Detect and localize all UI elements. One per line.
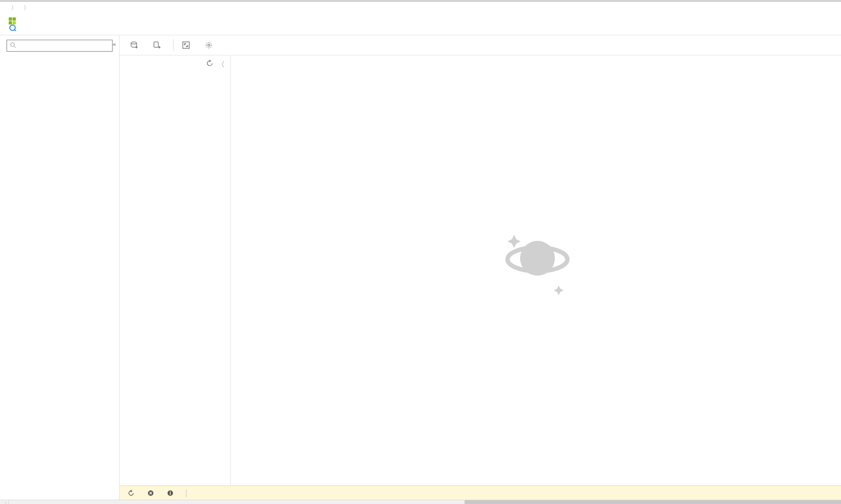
chevron-right-icon: 〉 [23,4,29,12]
svg-rect-14 [183,42,189,48]
gear-icon [205,41,213,49]
sidebar: « [0,35,120,500]
fullscreen-icon [182,41,190,49]
search-input[interactable] [7,40,113,52]
page-header [0,15,841,35]
svg-point-22 [170,491,171,492]
info-icon [166,489,174,496]
planet-icon [495,227,577,297]
new-collection-button[interactable] [148,39,170,52]
settings-button[interactable] [200,39,221,52]
svg-point-4 [10,25,15,30]
search-icon [10,42,16,48]
svg-rect-11 [154,42,158,47]
refresh-icon [127,489,134,496]
database-plus-icon [131,41,138,49]
refresh-tree-icon[interactable] [206,60,213,70]
svg-rect-2 [9,21,12,24]
new-database-button[interactable] [125,39,147,52]
svg-point-17 [520,241,555,276]
svg-rect-23 [170,493,171,495]
status-refresh[interactable] [127,489,137,496]
svg-point-6 [11,43,15,47]
breadcrumb: 〉 〉 [0,2,841,15]
chevron-right-icon: 〉 [11,4,17,12]
scrollbar-thumb[interactable] [465,500,841,504]
svg-point-15 [208,44,210,46]
cosmosdb-icon [8,16,23,32]
status-info[interactable] [166,489,176,496]
toolbar-separator [173,39,174,51]
svg-point-8 [131,42,137,44]
svg-line-7 [14,46,16,48]
svg-rect-1 [13,17,16,21]
sidebar-search [0,35,119,56]
toolbar [120,35,841,55]
error-icon [147,489,154,496]
status-separator [186,489,187,497]
welcome-panel [231,55,841,486]
status-errors[interactable] [147,489,157,496]
horizontal-scrollbar[interactable]: 〈 [0,500,841,504]
svg-rect-0 [9,17,12,21]
status-bar [120,486,841,500]
collapse-tree-icon[interactable]: 〈 [218,60,225,70]
tree-panel: 〈 [120,55,231,486]
open-full-screen-button[interactable] [177,39,199,52]
collection-plus-icon [153,41,161,49]
scroll-left-icon[interactable]: 〈 [0,500,9,504]
svg-line-5 [15,30,17,31]
svg-rect-3 [13,21,16,24]
